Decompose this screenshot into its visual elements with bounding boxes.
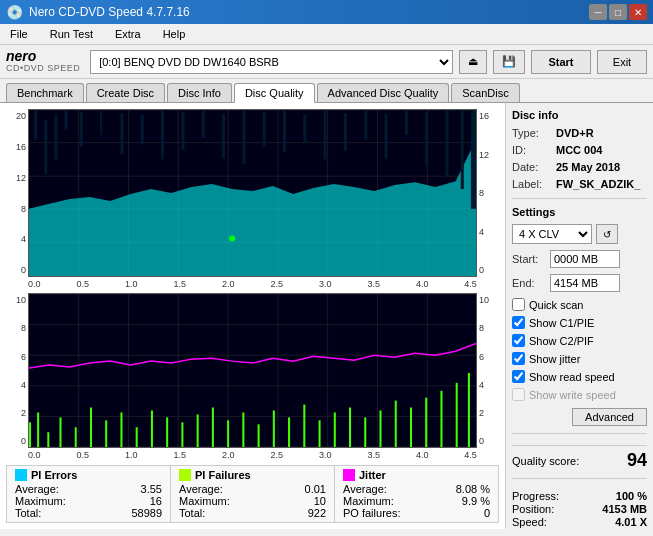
svg-rect-76	[334, 413, 336, 448]
menu-extra[interactable]: Extra	[109, 26, 147, 42]
svg-point-40	[229, 236, 235, 242]
svg-rect-74	[303, 405, 305, 447]
divider-2	[512, 433, 647, 434]
disc-info-title: Disc info	[512, 109, 647, 121]
side-panel: Disc info Type: DVD+R ID: MCC 004 Date: …	[505, 103, 653, 529]
svg-rect-18	[65, 110, 68, 130]
tab-disc-quality[interactable]: Disc Quality	[234, 83, 315, 103]
tab-disc-info[interactable]: Disc Info	[167, 83, 232, 102]
menu-help[interactable]: Help	[157, 26, 192, 42]
end-label: End:	[512, 277, 550, 289]
svg-marker-14	[29, 140, 476, 276]
pi-errors-total-value: 58989	[131, 507, 162, 519]
toolbar: nero CD•DVD SPEED [0:0] BENQ DVD DD DW16…	[0, 45, 653, 79]
position-label: Position:	[512, 503, 554, 515]
svg-rect-34	[385, 114, 388, 158]
eject-button[interactable]: ⏏	[459, 50, 487, 74]
svg-rect-75	[319, 421, 321, 448]
start-input[interactable]	[550, 250, 620, 268]
svg-rect-20	[100, 110, 102, 135]
svg-rect-56	[37, 413, 39, 448]
svg-rect-78	[364, 418, 366, 448]
svg-rect-16	[44, 120, 47, 174]
menu-file[interactable]: File	[4, 26, 34, 42]
date-key: Date:	[512, 161, 552, 173]
save-button[interactable]: 💾	[493, 50, 525, 74]
show-read-label: Show read speed	[529, 371, 615, 383]
svg-rect-31	[324, 110, 327, 159]
pi-errors-label: PI Errors	[31, 469, 77, 481]
label-val: FW_SK_ADZIK_	[556, 178, 640, 190]
close-button[interactable]: ✕	[629, 4, 647, 20]
jitter-max-value: 9.9 %	[462, 495, 490, 507]
svg-rect-21	[120, 113, 123, 155]
show-read-checkbox[interactable]	[512, 370, 525, 383]
settings-title: Settings	[512, 206, 647, 218]
speed-label: Speed:	[512, 516, 547, 528]
label-key: Label:	[512, 178, 552, 190]
svg-rect-35	[405, 110, 408, 135]
show-c1pie-label: Show C1/PIE	[529, 317, 594, 329]
logo-nero: nero	[6, 49, 80, 64]
svg-rect-77	[349, 408, 351, 447]
start-label: Start:	[512, 253, 550, 265]
tab-create-disc[interactable]: Create Disc	[86, 83, 165, 102]
top-chart	[28, 109, 477, 277]
tab-benchmark[interactable]: Benchmark	[6, 83, 84, 102]
show-c2pif-checkbox[interactable]	[512, 334, 525, 347]
jitter-max-label: Maximum:	[343, 495, 394, 507]
jitter-group: Jitter Average: 8.08 % Maximum: 9.9 % PO…	[335, 466, 498, 522]
speed-select[interactable]: 4 X CLV	[512, 224, 592, 244]
menu-bar: File Run Test Extra Help	[0, 24, 653, 45]
title-bar: 💿 Nero CD-DVD Speed 4.7.7.16 ─ □ ✕	[0, 0, 653, 24]
quick-scan-checkbox[interactable]	[512, 298, 525, 311]
end-input[interactable]	[550, 274, 620, 292]
svg-rect-33	[364, 110, 367, 140]
advanced-button[interactable]: Advanced	[572, 408, 647, 426]
exit-button[interactable]: Exit	[597, 50, 647, 74]
divider-3	[512, 478, 647, 479]
svg-rect-73	[288, 418, 290, 448]
svg-rect-25	[202, 110, 205, 138]
svg-rect-32	[344, 113, 347, 151]
settings-refresh-button[interactable]: ↺	[596, 224, 618, 244]
pi-errors-group: PI Errors Average: 3.55 Maximum: 16 Tota…	[7, 466, 171, 522]
svg-rect-55	[29, 423, 31, 448]
stats-row: PI Errors Average: 3.55 Maximum: 16 Tota…	[6, 465, 499, 523]
show-c1pie-checkbox[interactable]	[512, 316, 525, 329]
show-write-checkbox[interactable]	[512, 388, 525, 401]
main-content: 20 16 12 8 4 0	[0, 103, 653, 529]
start-button[interactable]: Start	[531, 50, 591, 74]
svg-rect-17	[54, 115, 57, 159]
svg-rect-39	[471, 110, 476, 209]
window-title: Nero CD-DVD Speed 4.7.7.16	[29, 5, 190, 19]
tab-advanced-disc-quality[interactable]: Advanced Disc Quality	[317, 83, 450, 102]
type-key: Type:	[512, 127, 552, 139]
svg-rect-38	[461, 110, 464, 189]
pi-failures-max-value: 10	[314, 495, 326, 507]
pi-errors-max-value: 16	[150, 495, 162, 507]
pi-failures-max-label: Maximum:	[179, 495, 230, 507]
svg-rect-26	[222, 114, 225, 158]
pi-failures-group: PI Failures Average: 0.01 Maximum: 10 To…	[171, 466, 335, 522]
svg-rect-30	[303, 115, 306, 143]
jitter-po-label: PO failures:	[343, 507, 400, 519]
pi-failures-avg-value: 0.01	[305, 483, 326, 495]
minimize-button[interactable]: ─	[589, 4, 607, 20]
svg-rect-71	[258, 425, 260, 448]
pi-errors-color	[15, 469, 27, 481]
svg-rect-60	[90, 408, 92, 447]
quality-score-row: Quality score: 94	[512, 445, 647, 471]
app-icon: 💿	[6, 4, 23, 20]
tab-scandisc[interactable]: ScanDisc	[451, 83, 519, 102]
jitter-avg-label: Average:	[343, 483, 387, 495]
app-logo: nero CD•DVD SPEED	[6, 49, 80, 74]
show-jitter-checkbox[interactable]	[512, 352, 525, 365]
svg-rect-29	[283, 110, 286, 152]
quick-scan-label: Quick scan	[529, 299, 583, 311]
drive-select[interactable]: [0:0] BENQ DVD DD DW1640 BSRB	[90, 50, 453, 74]
x-axis-bottom: 0.0 0.5 1.0 1.5 2.0 2.5 3.0 3.5 4.0 4.5	[6, 450, 499, 460]
maximize-button[interactable]: □	[609, 4, 627, 20]
menu-run-test[interactable]: Run Test	[44, 26, 99, 42]
svg-rect-81	[410, 408, 412, 447]
